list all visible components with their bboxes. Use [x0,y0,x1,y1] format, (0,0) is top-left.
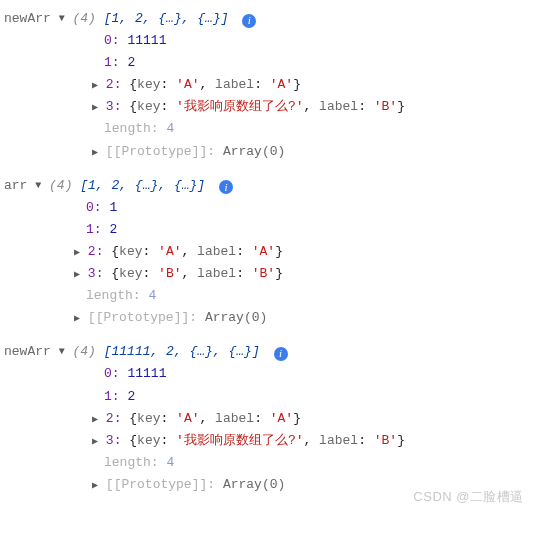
array-entry[interactable]: 0: 11111 [4,30,534,52]
expand-toggle-icon[interactable]: ▶ [92,411,98,428]
object-preview: {key: 'A', label: 'A'} [111,244,283,259]
array-summary-row[interactable]: arr ▼ (4) [1, 2, {…}, {…}] i [4,175,534,197]
array-length-row[interactable]: length: 4 [4,452,534,474]
console-array-block: newArr ▼ (4) [1, 2, {…}, {…}] i 0: 11111… [4,8,534,163]
prototype-key: [[Prototype]] [106,477,207,492]
entry-index: 1 [104,55,112,70]
length-key: length [104,455,151,470]
expand-toggle-icon[interactable]: ▼ [59,343,65,360]
expand-toggle-icon[interactable]: ▶ [74,244,80,261]
prototype-key: [[Prototype]] [88,310,189,325]
array-summary-row[interactable]: newArr ▼ (4) [1, 2, {…}, {…}] i [4,8,534,30]
entry-value: 1 [109,200,117,215]
array-entry[interactable]: 1: 2 [4,219,534,241]
entry-index: 1 [104,389,112,404]
length-value: 4 [166,455,174,470]
length-key: length [104,121,151,136]
entry-value: 11111 [127,366,166,381]
expand-toggle-icon[interactable]: ▶ [92,77,98,94]
array-length-row[interactable]: length: 4 [4,285,534,307]
array-entry[interactable]: ▶ 2: {key: 'A', label: 'A'} [0,241,534,263]
entry-index: 1 [86,222,94,237]
length-key: length [86,288,133,303]
array-length-label: (4) [49,178,72,193]
console-array-block: arr ▼ (4) [1, 2, {…}, {…}] i 0: 1 1: 2 ▶… [4,175,534,330]
object-preview: {key: '我影响原数组了么?', label: 'B'} [129,433,405,448]
prototype-row[interactable]: ▶ [[Prototype]]: Array(0) [0,307,534,329]
array-length-label: (4) [72,11,95,26]
entry-index: 2 [106,411,114,426]
array-entry[interactable]: ▶ 2: {key: 'A', label: 'A'} [0,408,534,430]
array-entry[interactable]: 0: 1 [4,197,534,219]
array-entry[interactable]: 0: 11111 [4,363,534,385]
variable-name: newArr [4,344,51,359]
entry-value: 11111 [127,33,166,48]
object-preview: {key: 'A', label: 'A'} [129,77,301,92]
object-preview: {key: 'A', label: 'A'} [129,411,301,426]
entry-index: 3 [106,99,114,114]
variable-name: arr [4,178,27,193]
entry-index: 2 [88,244,96,259]
array-summary: [1, 2, {…}, {…}] [104,11,229,26]
expand-toggle-icon[interactable]: ▶ [74,266,80,283]
info-icon[interactable]: i [219,180,233,194]
array-entry[interactable]: ▶ 3: {key: '我影响原数组了么?', label: 'B'} [0,96,534,118]
expand-toggle-icon[interactable]: ▼ [59,10,65,27]
array-entry[interactable]: 1: 2 [4,386,534,408]
prototype-row[interactable]: ▶ [[Prototype]]: Array(0) [0,141,534,163]
variable-name: newArr [4,11,51,26]
length-value: 4 [148,288,156,303]
prototype-key: [[Prototype]] [106,144,207,159]
prototype-value: Array(0) [223,144,285,159]
prototype-value: Array(0) [223,477,285,492]
entry-index: 3 [88,266,96,281]
array-entry[interactable]: ▶ 2: {key: 'A', label: 'A'} [0,74,534,96]
array-length-row[interactable]: length: 4 [4,118,534,140]
entry-value: 2 [109,222,117,237]
array-entry[interactable]: ▶ 3: {key: 'B', label: 'B'} [0,263,534,285]
array-summary-row[interactable]: newArr ▼ (4) [11111, 2, {…}, {…}] i [4,341,534,363]
entry-index: 2 [106,77,114,92]
object-preview: {key: '我影响原数组了么?', label: 'B'} [129,99,405,114]
info-icon[interactable]: i [274,347,288,361]
length-value: 4 [166,121,174,136]
entry-value: 2 [127,55,135,70]
object-preview: {key: 'B', label: 'B'} [111,266,283,281]
expand-toggle-icon[interactable]: ▶ [92,144,98,161]
expand-toggle-icon[interactable]: ▼ [35,177,41,194]
prototype-value: Array(0) [205,310,267,325]
entry-value: 2 [127,389,135,404]
expand-toggle-icon[interactable]: ▶ [92,99,98,116]
expand-toggle-icon[interactable]: ▶ [74,310,80,327]
info-icon[interactable]: i [242,14,256,28]
expand-toggle-icon[interactable]: ▶ [92,433,98,450]
array-summary: [11111, 2, {…}, {…}] [104,344,260,359]
array-summary: [1, 2, {…}, {…}] [80,178,205,193]
array-length-label: (4) [72,344,95,359]
array-entry[interactable]: 1: 2 [4,52,534,74]
expand-toggle-icon[interactable]: ▶ [92,477,98,494]
entry-index: 0 [104,33,112,48]
console-array-block: newArr ▼ (4) [11111, 2, {…}, {…}] i 0: 1… [4,341,534,496]
entry-index: 0 [104,366,112,381]
entry-index: 3 [106,433,114,448]
entry-index: 0 [86,200,94,215]
array-entry[interactable]: ▶ 3: {key: '我影响原数组了么?', label: 'B'} [0,430,534,452]
watermark: CSDN @二脸槽逼 [413,486,524,508]
